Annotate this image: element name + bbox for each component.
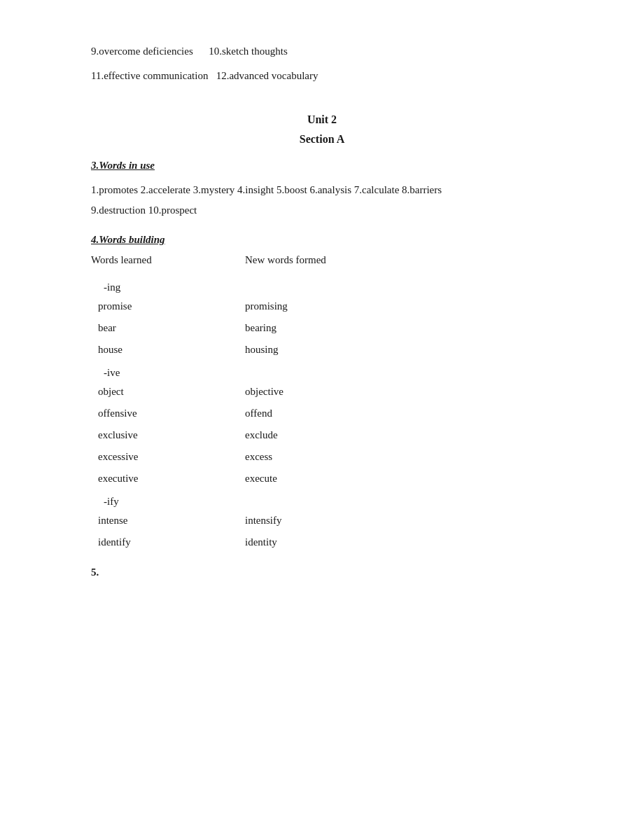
word-bearing: bearing [245,322,553,334]
row-object: object objective [91,382,553,402]
suffix-ing: -ing [91,282,245,293]
row-exclusive: exclusive exclude [91,425,553,445]
suffix-ive: -ive [91,367,245,379]
word-bear: bear [91,322,245,334]
table-header: Words learned New words formed [91,254,553,266]
words-in-use-heading: 3.Words in use [91,160,553,172]
row-house: house housing [91,340,553,360]
word-housing: housing [245,344,553,356]
word-object: object [91,386,245,398]
word-exclude: exclude [245,429,553,441]
word-intense: intense [91,515,245,527]
item11: 11.effective communication [91,70,208,81]
word-intensify: intensify [245,515,553,527]
col-left-header: Words learned [91,254,245,266]
row-excessive: excessive excess [91,447,553,467]
word-execute: execute [245,473,553,485]
suffix-ify-row: -ify [91,490,553,510]
item9: 9.overcome deficiencies [91,46,193,57]
row-identify: identify identity [91,532,553,552]
row-promise: promise promising [91,296,553,317]
word-offensive: offensive [91,408,245,419]
line1: 9.overcome deficiencies 10.sketch though… [91,42,553,61]
word-excessive: excessive [91,451,245,463]
words-in-use-content: 1.promotes 2.accelerate 3.mystery 4.insi… [91,180,553,220]
five-label: 5. [91,567,553,578]
suffix-ive-row: -ive [91,361,553,382]
words-in-use-row1: 1.promotes 2.accelerate 3.mystery 4.insi… [91,180,553,200]
row-offensive: offensive offend [91,403,553,424]
words-in-use-section: 3.Words in use 1.promotes 2.accelerate 3… [91,160,553,220]
words-building-section: 4.Words building Words learned New words… [91,234,553,552]
unit-title: Unit 2 [91,113,553,126]
col-right-header: New words formed [245,254,553,266]
word-promising: promising [245,300,553,312]
row-executive: executive execute [91,468,553,489]
suffix-ify: -ify [91,496,245,508]
row-intense: intense intensify [91,510,553,531]
word-promise: promise [91,300,245,312]
words-in-use-row2: 9.destruction 10.prospect [91,200,553,221]
item10: 10.sketch thoughts [209,46,288,57]
word-exclusive: exclusive [91,429,245,441]
word-house: house [91,344,245,356]
words-building-heading: 4.Words building [91,234,553,246]
line2: 11.effective communication 12.advanced v… [91,67,553,85]
top-section: 9.overcome deficiencies 10.sketch though… [91,42,553,85]
word-identify: identify [91,536,245,548]
suffix-ing-row: -ing [91,276,553,296]
word-identity: identity [245,536,553,548]
row-bear: bear bearing [91,318,553,338]
word-offend: offend [245,408,553,419]
word-executive: executive [91,473,245,485]
section-title: Section A [91,133,553,146]
item12: 12.advanced vocabulary [216,70,318,81]
word-objective: objective [245,386,553,398]
word-excess: excess [245,451,553,463]
